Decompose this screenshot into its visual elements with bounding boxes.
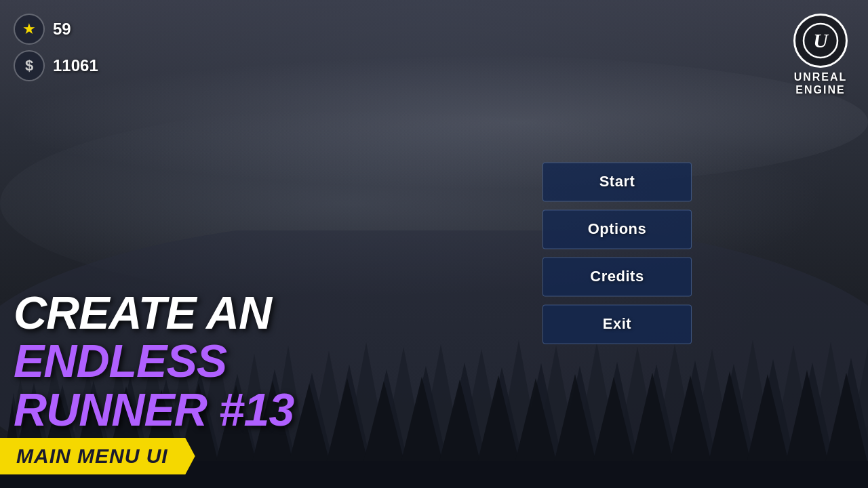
credits-button[interactable]: Credits (542, 257, 692, 296)
title-line-3: RUNNER #13 (14, 386, 294, 434)
exit-button[interactable]: Exit (542, 304, 692, 344)
game-title: CREATE AN ENDLESS RUNNER #13 (14, 289, 294, 434)
subtitle-text: MAIN MENU UI (16, 445, 168, 467)
ue-logo-text: UNREAL ENGINE (794, 70, 848, 96)
coins-icon: $ (14, 50, 45, 81)
title-line-1: CREATE AN (14, 289, 294, 337)
ue-logo-circle: U (793, 14, 848, 68)
medal-icon: ★ (14, 14, 45, 45)
medals-value: 59 (53, 20, 71, 39)
coins-value: 11061 (53, 56, 98, 75)
svg-text:U: U (813, 29, 829, 52)
coins-row: $ 11061 (14, 50, 98, 81)
stats-panel: ★ 59 $ 11061 (14, 14, 98, 81)
subtitle-banner: MAIN MENU UI (0, 438, 195, 474)
start-button[interactable]: Start (542, 162, 692, 201)
medals-row: ★ 59 (14, 14, 98, 45)
options-button[interactable]: Options (542, 209, 692, 249)
main-menu: Start Options Credits Exit (542, 162, 692, 344)
unreal-engine-logo: U UNREAL ENGINE (793, 14, 848, 96)
title-line-2: ENDLESS (14, 337, 294, 385)
